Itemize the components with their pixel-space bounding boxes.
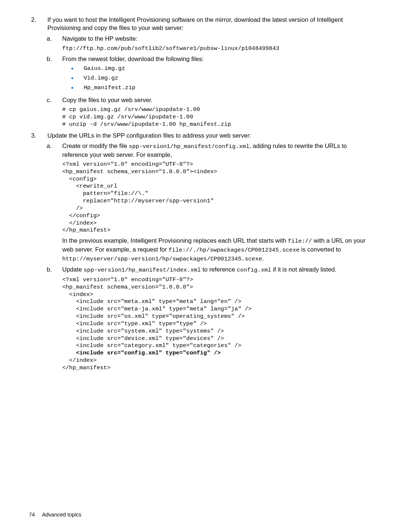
step-2a-marker: a. [45, 34, 62, 53]
step-2b-marker: b. [45, 55, 62, 94]
step-2-marker: 2. [29, 16, 47, 32]
cb-pre: <?xml version="1.0" encoding="UTF-8"?> <… [62, 276, 252, 349]
file-bullet-2: • Vid.img.gz [71, 74, 371, 82]
cb-post: </index> </hp_manifest> [62, 357, 110, 371]
step-2c-marker: c. [45, 96, 62, 131]
step-3b: b. Update spp-version1/hp_manifest/index… [45, 265, 371, 374]
step-2c-text: Copy the files to your web server. [62, 96, 371, 104]
step-2a-url: ftp://ftp.hp.com/pub/softlib2/software1/… [62, 45, 371, 53]
step-3b-marker: b. [45, 265, 62, 374]
step-3a-inline-code: spp-version1/hp_manifest/config.xml [129, 143, 250, 150]
footer-title: Advanced topics [42, 512, 81, 518]
page-footer: 74 Advanced topics [29, 511, 81, 519]
step-3a-codeblock: <?xml version="1.0" encoding="UTF-8"?> <… [62, 161, 371, 234]
bullet-icon: • [71, 65, 84, 73]
file-bullet-3: • Hp_manifest.zip [71, 84, 371, 92]
t1: In the previous example, Intelligent Pro… [62, 237, 288, 244]
step-3a: a. Create or modify the file spp-version… [45, 142, 371, 263]
step-2a: a. Navigate to the HP website: ftp://ftp… [45, 34, 371, 53]
step-3-text: Update the URLs in the SPP configuration… [47, 131, 371, 139]
step-2b: b. From the newest folder, download the … [45, 55, 371, 94]
cb-bold: <include src="config.xml" type="config" … [62, 350, 221, 356]
step-3: 3. Update the URLs in the SPP configurat… [29, 131, 371, 139]
bullet-icon: • [71, 74, 84, 82]
t5: is converted to [300, 246, 341, 253]
b-pre: Update [62, 266, 84, 273]
file-2: Vid.img.gz [84, 74, 118, 82]
b-code2: config.xml [237, 267, 271, 273]
b-mid: to reference [201, 266, 237, 273]
step-3b-text: Update spp-version1/hp_manifest/index.xm… [62, 265, 371, 274]
step-3a-pre: Create or modify the file [62, 142, 129, 149]
b-code1: spp-version1/hp_manifest/index.xml [84, 267, 201, 273]
bullet-icon: • [71, 84, 84, 92]
file-1: Gaius.img.gz [84, 65, 125, 73]
step-2c: c. Copy the files to your web server. # … [45, 96, 371, 131]
step-2b-text: From the newest folder, download the fol… [62, 55, 371, 63]
step-2a-text: Navigate to the HP website: [62, 34, 371, 43]
step-3-marker: 3. [29, 131, 47, 139]
step-3b-codeblock: <?xml version="1.0" encoding="UTF-8"?> <… [62, 276, 371, 372]
t6: http://myserver/spp-version1/hp/swpackag… [62, 256, 262, 262]
step-2: 2. If you want to host the Intelligent P… [29, 16, 371, 32]
b-post: if it is not already listed. [271, 266, 336, 273]
t7: . [262, 255, 264, 262]
t2: file:// [288, 238, 312, 245]
step-3a-text: Create or modify the file spp-version1/h… [62, 142, 371, 159]
file-3: Hp_manifest.zip [84, 84, 136, 92]
step-2c-code: # cp gaius.img.gz /srv/www/ipupdate-1.00… [62, 106, 371, 128]
step-3a-explain: In the previous example, Intelligent Pro… [62, 236, 371, 263]
file-bullet-1: • Gaius.img.gz [71, 65, 371, 73]
step-2-text: If you want to host the Intelligent Prov… [47, 16, 371, 32]
step-3a-marker: a. [45, 142, 62, 263]
page-number: 74 [29, 512, 35, 518]
t4: file://./hp/swpackages/CP0012345.scexe [169, 247, 299, 253]
